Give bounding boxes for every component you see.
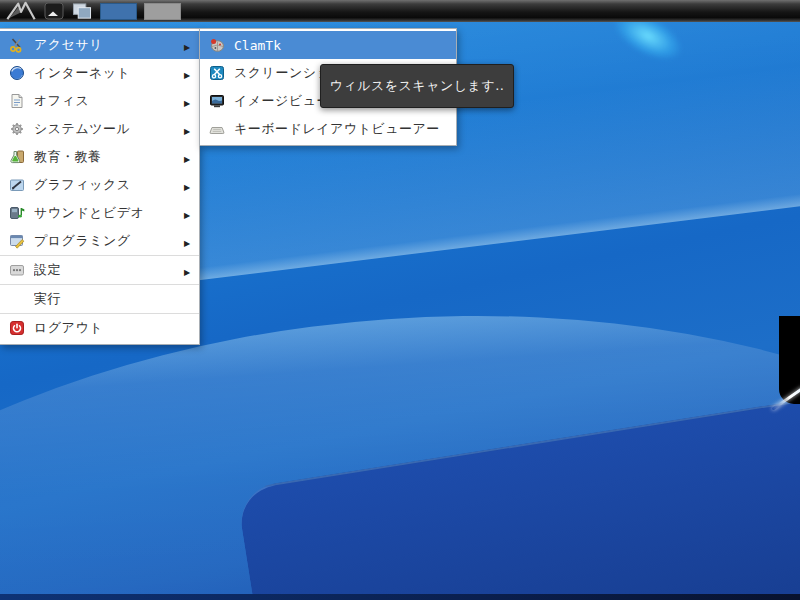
- taskbar-task-active[interactable]: [100, 3, 137, 20]
- clamtk-bug-icon: [208, 37, 225, 54]
- menu-item-education[interactable]: 教育・教養: [0, 143, 199, 171]
- menu-item-label: グラフィックス: [34, 176, 184, 194]
- globe-icon: [8, 65, 25, 82]
- flask-icon: [8, 149, 25, 166]
- menu-item-system-tools[interactable]: システムツール: [0, 115, 199, 143]
- minimize-all-icon[interactable]: [44, 1, 64, 21]
- menu-item-label: システムツール: [34, 120, 184, 138]
- submenu-item-label: ClamTk: [234, 38, 451, 53]
- menu-item-sound-video[interactable]: サウンドとビデオ: [0, 199, 199, 227]
- menu-item-preferences[interactable]: 設定: [0, 256, 199, 284]
- menu-item-graphics[interactable]: グラフィックス: [0, 171, 199, 199]
- submenu-arrow-icon: [184, 66, 194, 81]
- submenu-arrow-icon: [184, 206, 194, 221]
- menu-item-office[interactable]: オフィス: [0, 87, 199, 115]
- no-icon-spacer: [8, 291, 25, 308]
- menu-item-label: 実行: [34, 290, 194, 308]
- submenu-item-keyboard-layout-viewer[interactable]: キーボードレイアウトビューアー: [200, 115, 456, 143]
- menu-item-label: 教育・教養: [34, 148, 184, 166]
- menu-launcher-logo-icon[interactable]: [5, 1, 37, 21]
- screen: アクセサリ インターネット: [0, 0, 800, 600]
- menu-item-accessories[interactable]: アクセサリ: [0, 31, 199, 59]
- submenu-arrow-icon: [184, 122, 194, 137]
- submenu-arrow-icon: [184, 178, 194, 193]
- submenu-item-clamtk[interactable]: ClamTk: [200, 31, 456, 59]
- music-note-icon: [8, 205, 25, 222]
- document-icon: [8, 93, 25, 110]
- menu-item-label: ログアウト: [34, 319, 194, 337]
- submenu-arrow-icon: [184, 38, 194, 53]
- menu-item-label: 設定: [34, 261, 184, 279]
- menu-item-label: サウンドとビデオ: [34, 204, 184, 222]
- menu-item-label: オフィス: [34, 92, 184, 110]
- menu-item-label: アクセサリ: [34, 36, 184, 54]
- image-viewer-monitor-icon: [208, 93, 225, 110]
- wallpaper-bottom-strip: [0, 594, 800, 600]
- menu-item-run[interactable]: 実行: [0, 285, 199, 313]
- menu-item-programming[interactable]: プログラミング: [0, 227, 199, 255]
- menu-item-label: プログラミング: [34, 232, 184, 250]
- submenu-arrow-icon: [184, 234, 194, 249]
- screenshot-tool-icon: [208, 65, 225, 82]
- menu-item-logout[interactable]: ログアウト: [0, 314, 199, 342]
- preferences-icon: [8, 262, 25, 279]
- taskbar-task-inactive[interactable]: [144, 3, 181, 20]
- logout-power-icon: [8, 320, 25, 337]
- taskbar: [0, 0, 800, 22]
- scissors-icon: [8, 37, 25, 54]
- programming-icon: [8, 233, 25, 250]
- submenu-arrow-icon: [184, 263, 194, 278]
- menu-item-internet[interactable]: インターネット: [0, 59, 199, 87]
- submenu-item-label: キーボードレイアウトビューアー: [234, 120, 451, 138]
- tooltip-text: ウィルスをスキャンします..: [330, 77, 505, 95]
- submenu-arrow-icon: [184, 150, 194, 165]
- applications-menu: アクセサリ インターネット: [0, 28, 200, 345]
- graphics-icon: [8, 177, 25, 194]
- submenu-arrow-icon: [184, 94, 194, 109]
- gear-icon: [8, 121, 25, 138]
- tooltip: ウィルスをスキャンします..: [320, 64, 514, 108]
- menu-item-label: インターネット: [34, 64, 184, 82]
- pager-icon[interactable]: [71, 1, 93, 21]
- keyboard-icon: [208, 121, 225, 138]
